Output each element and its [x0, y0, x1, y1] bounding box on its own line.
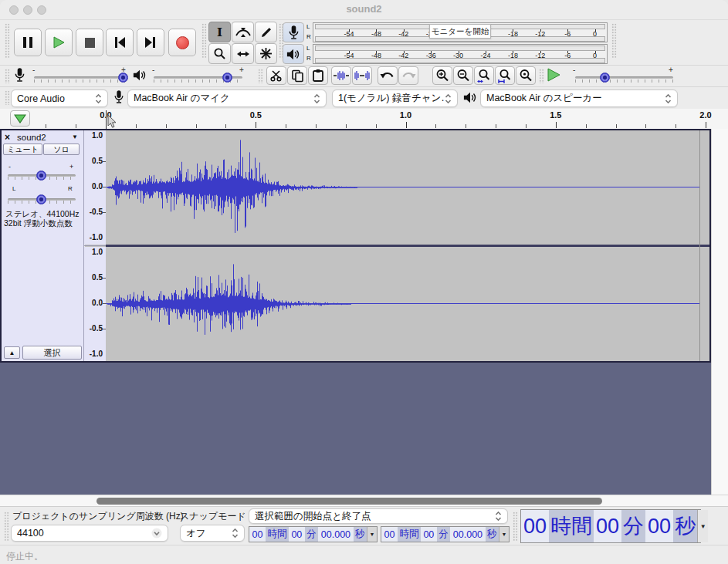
- time-digits[interactable]: 00: [421, 527, 437, 542]
- time-digits[interactable]: 00: [289, 527, 305, 542]
- multi-tool-button[interactable]: [255, 43, 277, 64]
- edit-toolbar-grip[interactable]: [258, 69, 263, 83]
- play-meter-bar-left: [315, 46, 605, 51]
- record-button[interactable]: [168, 29, 196, 56]
- track-control-panel[interactable]: × sound2 ▼ ミュート ソロ - + L R ステレオ、44100Hz …: [2, 130, 84, 361]
- zoom-tool-button[interactable]: [208, 43, 231, 64]
- time-format-dropdown[interactable]: ▼: [499, 527, 509, 542]
- pan-right-label: R: [68, 185, 73, 192]
- time-unit[interactable]: 分: [621, 510, 645, 542]
- audio-host-select[interactable]: Core Audio: [11, 89, 108, 107]
- track-menu-dropdown[interactable]: ▼: [72, 133, 78, 140]
- track-close-button[interactable]: ×: [5, 132, 10, 143]
- time-unit[interactable]: 時間: [266, 527, 289, 542]
- time-digits[interactable]: 00.000: [318, 527, 353, 542]
- selection-range-mode-select[interactable]: 選択範囲の開始点と終了点: [249, 508, 508, 524]
- play-speed-slider[interactable]: [575, 76, 673, 79]
- envelope-tool-button[interactable]: [232, 22, 254, 42]
- undo-button[interactable]: [378, 66, 398, 85]
- fit-project-button[interactable]: [495, 66, 515, 85]
- cut-button[interactable]: [266, 66, 286, 85]
- gain-slider-thumb[interactable]: [36, 171, 46, 181]
- tools-toolbar-grip[interactable]: [201, 23, 207, 59]
- redo-button[interactable]: [398, 66, 418, 85]
- play-at-speed-button[interactable]: [546, 67, 561, 83]
- skip-to-end-button[interactable]: [137, 29, 164, 56]
- playback-device-select[interactable]: MacBook Air のスピーカー: [480, 89, 678, 107]
- time-unit[interactable]: 分: [437, 527, 451, 542]
- timeline-tick: [435, 124, 436, 128]
- trim-audio-button[interactable]: [331, 66, 351, 85]
- recording-meter-button[interactable]: [283, 22, 304, 42]
- zoom-out-button[interactable]: [453, 66, 473, 85]
- timeline-tick: [466, 124, 466, 128]
- collapse-track-button[interactable]: ▲: [4, 346, 20, 359]
- selection-end-field[interactable]: 00時間00分00.000秒▼: [381, 526, 510, 542]
- time-digits[interactable]: 00: [645, 510, 673, 542]
- play-volume-thumb[interactable]: [222, 73, 232, 83]
- vertical-ruler-ch2[interactable]: 1.00.50.0-0.5-1.0: [84, 247, 106, 361]
- track-select-button[interactable]: 選択: [22, 346, 82, 360]
- mute-button[interactable]: ミュート: [3, 144, 42, 155]
- play-button[interactable]: [45, 29, 73, 56]
- solo-button[interactable]: ソロ: [43, 144, 80, 155]
- recording-channels-select[interactable]: 1(モノラル) 録音チャン…: [332, 89, 458, 107]
- transport-toolbar-grip[interactable]: [5, 23, 10, 59]
- horizontal-scrollbar[interactable]: [0, 495, 728, 506]
- empty-track-area[interactable]: [0, 363, 711, 495]
- pause-button[interactable]: [14, 29, 42, 56]
- time-unit[interactable]: 秒: [673, 510, 697, 542]
- paste-button[interactable]: [308, 66, 328, 85]
- zoom-in-button[interactable]: [432, 66, 452, 85]
- meter-scale-label: -6: [564, 30, 571, 38]
- audio-position-field[interactable]: 00時間00分00秒▼: [520, 509, 701, 543]
- time-digits[interactable]: 00: [594, 510, 621, 542]
- playhead-cursor-line: [106, 110, 107, 129]
- time-toolbar-grip[interactable]: [513, 512, 518, 541]
- device-toolbar-grip[interactable]: [5, 90, 10, 105]
- waveform-channel-1[interactable]: [106, 130, 709, 245]
- mixer-toolbar-grip[interactable]: [5, 69, 10, 83]
- vertical-ruler-ch1[interactable]: 1.00.50.0-0.5-1.0: [84, 130, 106, 245]
- draw-tool-button[interactable]: [255, 22, 277, 42]
- selection-tool-button[interactable]: I: [208, 22, 231, 42]
- zoom-toggle-button[interactable]: [516, 66, 536, 85]
- time-digits[interactable]: 00: [249, 527, 266, 542]
- selection-toolbar-grip[interactable]: [4, 512, 9, 541]
- time-format-dropdown[interactable]: ▼: [367, 527, 377, 542]
- rec-volume-slider[interactable]: [34, 76, 127, 79]
- pan-slider-thumb[interactable]: [36, 194, 46, 204]
- horizontal-scrollbar-thumb[interactable]: [97, 498, 602, 505]
- time-format-dropdown[interactable]: ▼: [697, 510, 708, 542]
- time-digits[interactable]: 00: [521, 510, 549, 542]
- project-rate-select[interactable]: 44100: [11, 525, 168, 542]
- trim-audio-icon: [333, 69, 350, 82]
- fit-selection-button[interactable]: [474, 66, 494, 85]
- playback-meter[interactable]: -54-48-42-36-30-24-18-12-60: [313, 44, 608, 64]
- playback-meter-button[interactable]: [283, 44, 304, 64]
- time-unit[interactable]: 時間: [398, 527, 421, 542]
- track-title[interactable]: sound2: [17, 133, 46, 142]
- copy-button[interactable]: [287, 66, 307, 85]
- play-speed-thumb[interactable]: [600, 73, 610, 83]
- silence-audio-button[interactable]: [352, 66, 372, 85]
- vertical-scrollbar[interactable]: [711, 129, 728, 495]
- meter-toolbar-grip[interactable]: [611, 23, 617, 59]
- time-unit[interactable]: 秒: [354, 527, 367, 542]
- title-bar[interactable]: sound2: [0, 0, 728, 20]
- timeshift-tool-button[interactable]: [232, 43, 254, 64]
- rec-volume-thumb[interactable]: [118, 73, 128, 83]
- time-digits[interactable]: 00.000: [450, 527, 485, 542]
- time-digits[interactable]: 00: [381, 527, 398, 542]
- selection-start-field[interactable]: 00時間00分00.000秒▼: [249, 526, 378, 542]
- stop-button[interactable]: [76, 29, 103, 56]
- time-unit[interactable]: 分: [305, 527, 319, 542]
- skip-to-start-button[interactable]: [106, 29, 134, 56]
- timeline-options-button[interactable]: [10, 110, 30, 127]
- time-unit[interactable]: 秒: [486, 527, 499, 542]
- play-at-speed-grip[interactable]: [539, 69, 544, 83]
- waveform-channel-2[interactable]: [106, 247, 709, 361]
- snap-mode-select[interactable]: オフ: [180, 525, 245, 542]
- recording-device-select[interactable]: MacBook Air のマイク: [127, 89, 327, 107]
- time-unit[interactable]: 時間: [549, 510, 594, 542]
